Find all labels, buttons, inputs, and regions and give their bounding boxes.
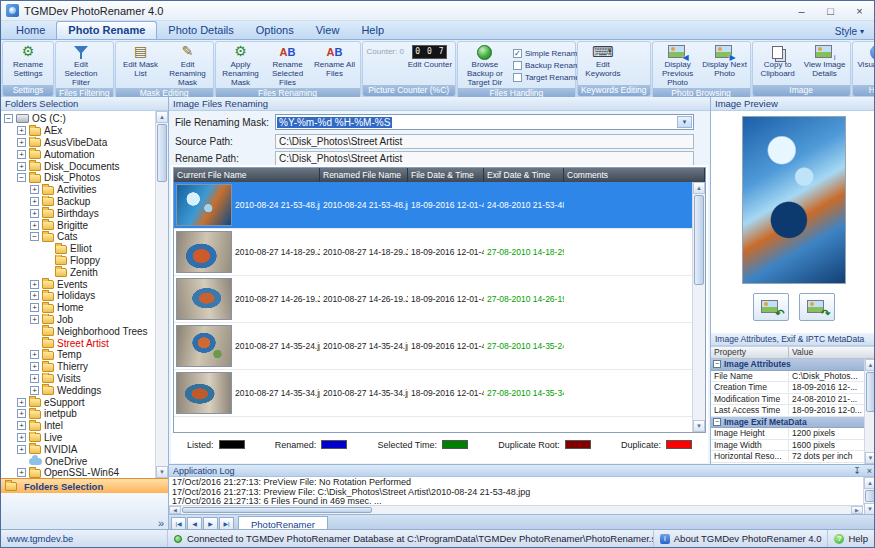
tree-item-automation[interactable]: +Automation [1,148,155,160]
tab-options[interactable]: Options [245,22,305,39]
tree-expander-icon[interactable]: + [30,221,39,230]
tree-item-nvidia[interactable]: +NVIDIA [1,443,155,455]
tree-item-floppy[interactable]: Floppy [1,255,155,267]
tree-expander-icon[interactable]: + [30,362,39,371]
tree-expander-icon[interactable]: + [17,409,26,418]
tree-expander-icon[interactable]: + [17,421,26,430]
edit-selection-filter-button[interactable]: Edit Selection Filter [58,43,104,88]
rename-selected-files-button[interactable]: ABRename Selected Files [265,43,311,88]
backup-rename-checkbox[interactable]: Backup Rename [513,61,571,70]
column-header-current-file-name[interactable]: Current File Name [174,168,320,182]
tree-item-weddings[interactable]: +Weddings [1,384,155,396]
metadata-group-image-exif-metadata[interactable]: −Image Exif MetaData [711,417,864,429]
scroll-thumb[interactable] [182,507,372,513]
file-row-2010-08-24-21-53-48-jpg[interactable]: 2010-08-24 21-53-48.jpg2010-08-24 21-53-… [174,182,692,229]
tree-expander-icon[interactable]: + [17,445,26,454]
view-image-details-button[interactable]: iView Image Details [802,43,848,85]
pin-icon[interactable]: ↧ [853,466,861,476]
tree-item-asusvibedata[interactable]: +AsusVibeData [1,137,155,149]
tree-item-elliot[interactable]: Elliot [1,243,155,255]
tab-photo-details[interactable]: Photo Details [157,22,244,39]
tree-item-events[interactable]: +Events [1,278,155,290]
rename-settings-button[interactable]: ⚙Rename Settings [5,43,51,85]
metadata-scrollbar[interactable]: ▲ ▼ [864,359,875,464]
help-button[interactable]: ? Help [828,530,874,547]
tree-item-activities[interactable]: +Activities [1,184,155,196]
tree-expander-icon[interactable]: − [4,114,13,123]
website-link[interactable]: www.tgmdev.be [1,530,168,547]
edit-renaming-mask-button[interactable]: ✎Edit Renaming Mask [165,43,211,88]
tree-item-brigitte[interactable]: +Brigitte [1,219,155,231]
close-log-icon[interactable]: × [867,466,872,476]
tree-item-esupport[interactable]: +eSupport [1,396,155,408]
display-previous-photo-button[interactable]: ◀Display Previous Photo [655,43,701,88]
metadata-group-image-attributes[interactable]: −Image Attributes [711,359,864,371]
file-table-scrollbar[interactable]: ▲ ▼ [692,182,705,432]
tree-item-street-artist[interactable]: Street Artist [1,337,155,349]
value-column-header[interactable]: Value [789,347,875,358]
scroll-thumb[interactable] [866,372,875,412]
tab-home[interactable]: Home [5,22,56,39]
column-header-comments[interactable]: Comments [564,168,705,182]
style-menu[interactable]: Style ▾ [829,26,870,39]
visual-help-button[interactable]: ?Visual Help [855,43,875,85]
tree-item-intel[interactable]: +Intel [1,420,155,432]
log-horizontal-scrollbar[interactable]: ◀ ▶ [169,505,863,514]
tree-item-live[interactable]: +Live [1,432,155,444]
rename-path-field[interactable]: C:\Disk_Photos\Street Artist [275,151,694,166]
tree-item-birthdays[interactable]: +Birthdays [1,207,155,219]
tree-expander-icon[interactable]: + [17,162,26,171]
scroll-thumb[interactable] [157,124,167,182]
tree-expander-icon[interactable]: + [30,291,39,300]
tree-item-cats[interactable]: −Cats [1,231,155,243]
tab-help[interactable]: Help [350,22,395,39]
tree-item-job[interactable]: +Job [1,314,155,326]
metadata-row-image-height[interactable]: Image Height1200 pixels [711,428,864,440]
maximize-button[interactable]: □ [816,1,845,20]
scroll-down-icon[interactable]: ▼ [865,452,875,464]
scroll-up-icon[interactable]: ▲ [864,477,875,489]
metadata-row-last-access-time[interactable]: Last Access Time18-09-2016 12-0... [711,405,864,417]
file-renaming-mask-combo[interactable]: %Y-%m-%d %H-%M-%S ▼ [275,114,694,130]
chevron-more-icon[interactable]: » [158,517,164,529]
combo-dropdown-icon[interactable]: ▼ [677,116,692,128]
tree-expander-icon[interactable]: + [30,280,39,289]
tree-expander-icon[interactable]: − [17,173,26,182]
column-header-renamed-file-name[interactable]: Renamed File Name [320,168,408,182]
scroll-track[interactable] [156,183,168,466]
log-vertical-scrollbar[interactable]: ▲ ▼ [863,477,875,505]
tree-expander-icon[interactable]: + [30,374,39,383]
scroll-thumb[interactable] [694,195,704,285]
tree-expander-icon[interactable]: + [30,315,39,324]
rename-all-files-button[interactable]: ABRename All Files [312,43,358,88]
file-row-2010-08-27-14-35-34-jpg[interactable]: 2010-08-27 14-35-34.jpg2010-08-27 14-35-… [174,370,692,417]
tree-item-disk-documents[interactable]: +Disk_Documents [1,160,155,172]
file-row-2010-08-27-14-35-24-jpg[interactable]: 2010-08-27 14-35-24.jpg2010-08-27 14-35-… [174,323,692,370]
target-rename-checkbox[interactable]: Target Rename [513,73,571,82]
rotate-left-button[interactable]: ↶ [753,293,789,321]
tree-item-openssl-win64[interactable]: +OpenSSL-Win64 [1,467,155,478]
scroll-down-icon[interactable]: ▼ [693,420,705,432]
tree-item-thierry[interactable]: +Thierry [1,361,155,373]
tree-item-zenith[interactable]: Zenith [1,266,155,278]
tree-item-temp[interactable]: +Temp [1,349,155,361]
tree-item-holidays[interactable]: +Holidays [1,290,155,302]
folder-tree-scrollbar[interactable]: ▲ ▼ [155,111,168,478]
tree-expander-icon[interactable]: + [30,350,39,359]
scroll-left-icon[interactable]: ◀ [169,506,181,514]
column-header-file-date-time[interactable]: File Date & Time [408,168,484,182]
tree-expander-icon[interactable]: + [30,386,39,395]
tree-expander-icon[interactable]: − [30,232,39,241]
collapse-icon[interactable]: − [713,418,721,426]
tree-item-inetpub[interactable]: +inetpub [1,408,155,420]
edit-mask-list-button[interactable]: ▤Edit Mask List [118,43,164,88]
metadata-row-modification-time[interactable]: Modification Time24-08-2010 21-... [711,394,864,406]
tree-expander-icon[interactable]: + [17,398,26,407]
edit-keywords-button[interactable]: ⌨Edit Keywords [580,43,626,85]
file-row-2010-08-27-14-26-19-jpg[interactable]: 2010-08-27 14-26-19.JPG2010-08-27 14-26-… [174,276,692,323]
scroll-up-icon[interactable]: ▲ [865,359,875,371]
metadata-row-file-name[interactable]: File NameC:\Disk_Photos... [711,371,864,383]
source-path-field[interactable]: C:\Disk_Photos\Street Artist [275,134,694,149]
scroll-track[interactable] [693,286,705,420]
tree-expander-icon[interactable]: + [17,433,26,442]
